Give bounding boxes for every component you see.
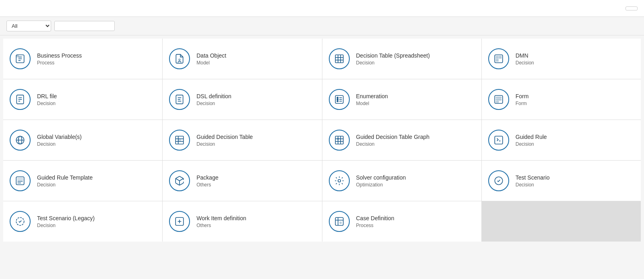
svg-rect-11	[496, 59, 498, 61]
asset-card-guided-decision-table-graph[interactable]: Guided Decision Table Graph Decision	[322, 120, 481, 160]
data-object-icon	[169, 48, 190, 69]
asset-info-enumeration: Enumeration Model	[356, 93, 388, 106]
svg-point-23	[337, 99, 338, 100]
asset-card-drl-file[interactable]: DRL file Decision	[3, 79, 162, 120]
svg-point-25	[337, 101, 338, 102]
asset-card-guided-rule[interactable]: Guided Rule Decision	[482, 120, 641, 160]
guided-table-icon	[169, 130, 190, 151]
asset-info-guided-rule-template: Guided Rule Template Decision	[37, 174, 93, 188]
asset-name-guided-rule-template: Guided Rule Template	[37, 174, 93, 181]
filter-select[interactable]: All Decision Process Model Form Others O…	[6, 21, 51, 31]
asset-category-guided-decision-table-graph: Decision	[356, 141, 430, 147]
svg-rect-47	[18, 178, 23, 180]
svg-rect-45	[495, 136, 503, 144]
svg-point-56	[340, 222, 341, 223]
asset-info-guided-decision-table-graph: Guided Decision Table Graph Decision	[356, 134, 430, 147]
asset-grid-container: Business Process Process Data Object Mod…	[0, 35, 644, 279]
asset-category-work-item-definition: Others	[196, 223, 246, 228]
svg-point-51	[338, 180, 341, 182]
asset-card-enumeration[interactable]: Enumeration Model	[322, 79, 481, 120]
asset-card-case-definition[interactable]: Case Definition Process	[322, 201, 481, 242]
asset-info-guided-rule: Guided Rule Decision	[516, 134, 547, 147]
drl-icon	[10, 89, 31, 110]
svg-rect-1	[17, 55, 18, 57]
asset-name-guided-rule: Guided Rule	[516, 134, 547, 140]
asset-category-guided-rule: Decision	[516, 141, 547, 147]
cancel-button[interactable]	[625, 6, 638, 10]
svg-rect-10	[499, 56, 501, 58]
asset-card-form[interactable]: Form Form	[482, 79, 641, 120]
asset-card-guided-rule-template[interactable]: Guided Rule Template Decision	[3, 161, 162, 201]
asset-info-test-scenario: Test Scenario Decision	[516, 174, 550, 188]
asset-card-solver-configuration[interactable]: Solver configuration Optimization	[322, 161, 481, 201]
guided-rule-icon	[488, 130, 509, 151]
asset-category-global-variables: Decision	[37, 141, 82, 147]
guided-template-icon	[10, 170, 31, 191]
asset-category-dsl-definition: Decision	[196, 101, 231, 106]
asset-name-enumeration: Enumeration	[356, 93, 388, 99]
svg-rect-30	[496, 101, 499, 102]
asset-info-test-scenario-legacy: Test Scenario (Legacy) Decision	[37, 215, 95, 228]
asset-category-guided-decision-table: Decision	[196, 141, 253, 147]
package-icon	[169, 170, 190, 191]
asset-category-enumeration: Model	[356, 101, 388, 106]
svg-rect-55	[335, 217, 343, 225]
asset-card-test-scenario-legacy[interactable]: Test Scenario (Legacy) Decision	[3, 201, 162, 242]
asset-info-global-variables: Global Variable(s) Decision	[37, 134, 82, 147]
asset-info-dsl-definition: DSL definition Decision	[196, 93, 231, 106]
asset-info-package: Package Others	[196, 174, 218, 188]
asset-category-data-object: Model	[196, 60, 226, 66]
dmn-icon	[488, 48, 509, 69]
asset-card-dsl-definition[interactable]: DSL definition Decision	[163, 79, 322, 120]
spreadsheet-icon	[329, 48, 350, 69]
asset-name-test-scenario-legacy: Test Scenario (Legacy)	[37, 215, 95, 221]
case-def-icon	[329, 211, 350, 232]
global-icon	[10, 130, 31, 151]
asset-card-work-item-definition[interactable]: Work Item definition Others	[163, 201, 322, 242]
asset-category-drl-file: Decision	[37, 101, 57, 106]
asset-card-data-object[interactable]: Data Object Model	[163, 39, 322, 79]
asset-name-dmn: DMN	[516, 52, 534, 59]
asset-name-test-scenario: Test Scenario	[516, 174, 550, 181]
asset-info-solver-configuration: Solver configuration Optimization	[356, 174, 406, 188]
asset-card-test-scenario[interactable]: Test Scenario Decision	[482, 161, 641, 201]
form-icon	[488, 89, 509, 110]
svg-rect-38	[178, 139, 181, 142]
svg-rect-29	[496, 99, 501, 100]
test-legacy-icon	[10, 211, 31, 232]
asset-card-package[interactable]: Package Others	[163, 161, 322, 201]
asset-info-work-item-definition: Work Item definition Others	[196, 215, 246, 228]
asset-category-form: Form	[516, 101, 529, 106]
asset-name-guided-decision-table: Guided Decision Table	[196, 134, 253, 140]
asset-name-decision-table-spreadsheet: Decision Table (Spreadsheet)	[356, 52, 430, 59]
asset-card-business-process[interactable]: Business Process Process	[3, 39, 162, 79]
asset-name-data-object: Data Object	[196, 52, 226, 59]
asset-category-guided-rule-template: Decision	[37, 182, 93, 188]
asset-card-global-variables[interactable]: Global Variable(s) Decision	[3, 120, 162, 160]
asset-name-drl-file: DRL file	[37, 93, 57, 99]
asset-name-package: Package	[196, 174, 218, 181]
asset-name-case-definition: Case Definition	[356, 215, 394, 221]
asset-info-data-object: Data Object Model	[196, 52, 226, 66]
asset-card-dmn[interactable]: DMN Decision	[482, 39, 641, 79]
asset-name-work-item-definition: Work Item definition	[196, 215, 246, 221]
asset-info-decision-table-spreadsheet: Decision Table (Spreadsheet) Decision	[356, 52, 430, 66]
asset-card-decision-table-spreadsheet[interactable]: Decision Table (Spreadsheet) Decision	[322, 39, 481, 79]
work-item-icon	[169, 211, 190, 232]
toolbar: All Decision Process Model Form Others O…	[0, 17, 644, 35]
add-asset-modal: All Decision Process Model Form Others O…	[0, 0, 644, 279]
svg-rect-3	[335, 55, 343, 63]
search-input[interactable]	[54, 21, 115, 31]
asset-info-drl-file: DRL file Decision	[37, 93, 57, 106]
asset-name-guided-decision-table-graph: Guided Decision Table Graph	[356, 134, 430, 140]
asset-name-dsl-definition: DSL definition	[196, 93, 231, 99]
asset-name-form: Form	[516, 93, 529, 99]
asset-grid: Business Process Process Data Object Mod…	[3, 39, 641, 242]
svg-rect-39	[335, 136, 343, 144]
asset-category-test-scenario: Decision	[516, 182, 550, 188]
asset-category-dmn: Decision	[516, 60, 534, 66]
asset-category-test-scenario-legacy: Decision	[37, 223, 95, 228]
asset-info-case-definition: Case Definition Process	[356, 215, 394, 228]
enumeration-icon	[329, 89, 350, 110]
asset-card-guided-decision-table[interactable]: Guided Decision Table Decision	[163, 120, 322, 160]
